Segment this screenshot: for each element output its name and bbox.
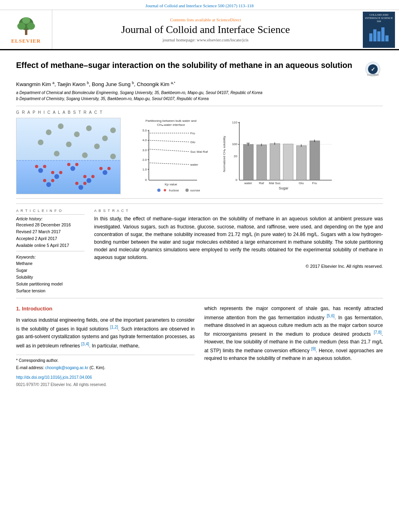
ref-9[interactable]: [9] [311,347,316,351]
svg-rect-92 [296,146,306,180]
sciencedirect-label: ScienceDirect [216,17,241,22]
ref-1-2[interactable]: [1,2] [110,325,118,329]
svg-point-36 [46,182,51,187]
cover-bar-2 [373,29,376,41]
crossmark-section: ✓ CrossMark [363,62,383,77]
svg-point-3 [27,23,35,30]
svg-rect-91 [283,144,293,180]
svg-text:Normalized CH₄ solubility: Normalized CH₄ solubility [222,136,226,172]
kp-chart-svg: Partitioning between bulk water and CH₄-… [125,118,217,194]
intro-heading: 1. Introduction [16,305,195,313]
article-info-column: A R T I C L E I N F O Article history: R… [16,209,84,294]
abstract-column: A B S T R A C T In this study, the effec… [94,209,383,294]
bar-chart: 110 100 20 0 Normalized CH₄ solubility [221,118,334,194]
elsevier-logo-section: ELSEVIER [0,10,52,49]
svg-point-38 [51,179,54,182]
corresponding-note: * Corresponding author. [16,357,195,364]
svg-line-66 [150,163,189,164]
svg-point-12 [46,129,51,135]
doi-link[interactable]: http://dx.doi.org/10.1016/j.jcis.2017.04… [16,375,92,380]
svg-rect-10 [16,118,121,194]
article-footer: * Corresponding author. E-mail address: … [16,355,195,388]
email-link[interactable]: choongik@sogang.ac.kr [45,366,88,370]
svg-point-2 [17,23,25,30]
svg-point-28 [67,163,70,166]
email-suffix: (C. Kim). [89,366,105,370]
svg-text:Raf: Raf [259,181,264,185]
page: Journal of Colloid and Interface Science… [0,0,399,396]
abstract-label: A B S T R A C T [94,209,383,213]
article-title: Effect of methane–sugar interaction on t… [16,60,359,70]
svg-point-29 [75,163,78,166]
ref-3-4[interactable]: [3,4] [81,342,89,346]
svg-text:Kp value: Kp value [165,183,177,186]
abstract-text: In this study, the effect of methane–sug… [94,215,383,261]
contents-label: Contents lists available at [170,17,215,22]
svg-text:2.0: 2.0 [142,158,147,162]
article-content: Effect of methane–sugar interaction on t… [0,50,399,396]
svg-rect-84 [243,144,253,180]
svg-text:Partitioning between bulk wate: Partitioning between bulk water and [146,119,197,123]
article-title-section: Effect of methane–sugar interaction on t… [16,60,383,77]
molecule-svg [16,118,121,194]
svg-point-20 [110,127,116,133]
main-content: 1. Introduction In various industrial en… [16,305,383,396]
cover-bar-4 [381,27,385,41]
svg-text:✓: ✓ [371,66,375,72]
svg-point-19 [94,144,100,149]
email-note: E-mail address: choongik@sogang.ac.kr (C… [16,365,195,371]
elsevier-logo: ELSEVIER [11,15,41,44]
svg-text:Mal Suc: Mal Suc [269,181,281,185]
keyword-solute: Solute partitioning model [16,281,84,288]
svg-point-44 [110,154,116,159]
ref-7-8[interactable]: [7,8] [374,330,381,335]
svg-point-43 [82,152,88,158]
svg-point-13 [58,123,64,129]
molecular-diagram: methane water [16,118,121,194]
cover-title-text: COLLOID AND INTERFACE SCIENCE 500 [364,13,393,23]
svg-text:5.0: 5.0 [142,129,147,132]
top-citation-bar: Journal of Colloid and Interface Science… [0,0,399,10]
svg-point-30 [86,178,91,183]
affiliations: a Department of Chemical and Biomolecula… [16,90,383,102]
journal-citation: Journal of Colloid and Interface Science… [145,3,253,8]
svg-point-33 [103,170,107,175]
svg-text:3.0: 3.0 [142,148,147,152]
cover-bar-3 [377,31,380,41]
keywords-label: Keywords: [16,255,84,259]
svg-point-25 [51,171,54,174]
main-col-left: 1. Introduction In various industrial en… [16,305,195,388]
svg-point-32 [91,175,95,178]
svg-rect-4 [25,29,27,35]
email-label: E-mail address: [16,366,44,370]
keyword-solubility: Solubility [16,274,84,281]
keyword-surface: Surface tension [16,288,84,294]
svg-text:CH₄-water interface: CH₄-water interface [157,123,185,127]
crossmark-icon: ✓ CrossMark [365,62,380,77]
svg-line-62 [150,140,189,142]
svg-rect-94 [310,141,320,180]
svg-text:0: 0 [236,178,238,182]
journal-cover-image: COLLOID AND INTERFACE SCIENCE 500 [363,12,395,48]
svg-point-18 [66,142,72,147]
journal-header: ELSEVIER Contents lists available at Sci… [0,10,399,50]
svg-text:0: 0 [145,178,147,182]
svg-point-39 [78,185,83,190]
svg-point-15 [86,125,92,131]
ref-5-6[interactable]: [5,6] [327,314,334,318]
svg-point-42 [54,151,60,156]
elsevier-tree-icon [14,15,38,37]
cover-bar-1 [369,33,372,41]
svg-text:1.0: 1.0 [142,168,147,171]
svg-point-41 [83,182,86,185]
divider-2 [16,198,383,199]
svg-point-31 [83,175,86,178]
svg-point-72 [185,189,189,192]
sciencedirect-line: Contents lists available at ScienceDirec… [170,17,241,22]
svg-text:100: 100 [232,142,238,146]
journal-homepage: journal homepage: www.elsevier.com/locat… [162,37,249,42]
history-available: Available online 5 April 2017 [16,242,84,249]
svg-point-17 [38,140,43,145]
journal-cover-section: COLLOID AND INTERFACE SCIENCE 500 [359,10,399,49]
keyword-methane: Methane [16,260,84,267]
